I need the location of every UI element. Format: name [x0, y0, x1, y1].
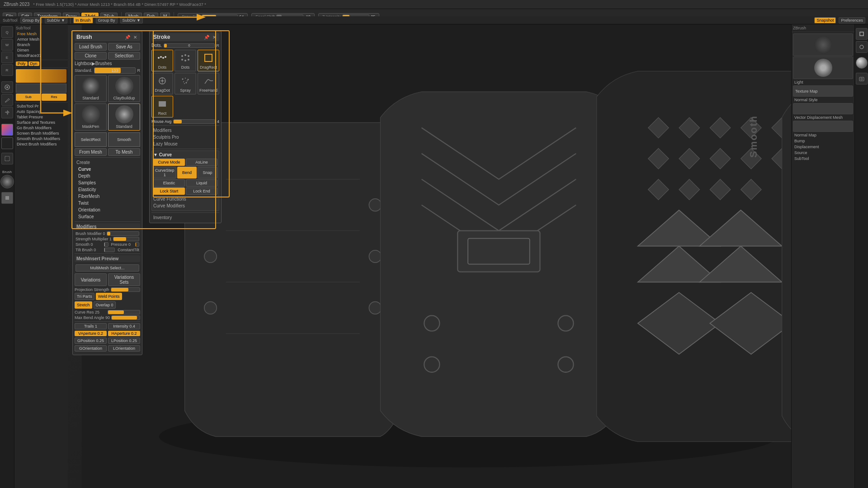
- snap-btn[interactable]: Snap: [198, 167, 217, 178]
- create-section-label[interactable]: Create: [75, 159, 140, 166]
- mini-brush-1[interactable]: SubsTool Pr: [15, 103, 67, 109]
- weld-points-btn[interactable]: Weld Points: [96, 293, 122, 300]
- right-light-item[interactable]: Texture Map: [793, 85, 853, 97]
- load-brush-button[interactable]: Load Brush: [75, 43, 107, 51]
- lazy-mouse-label[interactable]: Lazy Mouse: [151, 141, 219, 147]
- group-by-btn[interactable]: Group By: [20, 17, 42, 23]
- right-icon-2[interactable]: [856, 41, 868, 53]
- as-line-btn[interactable]: AsLine: [186, 159, 217, 166]
- curve-mode-btn[interactable]: Curve Mode: [153, 159, 185, 166]
- multimesh-select-btn[interactable]: MultiMesh Select...: [75, 264, 139, 272]
- stroke-modifiers-label[interactable]: Modifiers: [151, 127, 219, 134]
- tilt-slider[interactable]: [104, 248, 115, 252]
- mini-brush-5[interactable]: Go Brush Modifiers: [15, 125, 67, 131]
- icon-draw[interactable]: [1, 81, 13, 93]
- mini-item-4[interactable]: Dimen: [16, 47, 66, 53]
- stroke-spray-item[interactable]: Spray: [175, 73, 196, 94]
- lightbox-label[interactable]: Lightbox▶Brushes: [75, 61, 112, 66]
- stroke-dragrect-item[interactable]: DragRect: [198, 50, 219, 71]
- right-normal-item[interactable]: [793, 103, 853, 114]
- lock-end-btn[interactable]: Lock End: [186, 188, 217, 195]
- section-curve[interactable]: Curve: [75, 166, 140, 173]
- sculptris-pro-label[interactable]: Sculptris Pro: [151, 134, 219, 141]
- icon-e[interactable]: E: [1, 52, 13, 63]
- brush-item-clay[interactable]: ClayBuildup: [108, 75, 140, 102]
- mini-item-5[interactable]: WoodFace37: [16, 53, 66, 58]
- preview-sphere[interactable]: [856, 57, 868, 69]
- section-fibermesh[interactable]: FiberMesh: [75, 193, 140, 200]
- icon-select[interactable]: [1, 153, 13, 164]
- mini-item-1[interactable]: Free Mesh: [16, 31, 66, 37]
- stroke-dots-item[interactable]: Dots: [151, 50, 173, 71]
- section-surface[interactable]: Surface: [75, 213, 140, 220]
- mini-brush-6[interactable]: Screen Brush Modifiers: [15, 131, 67, 136]
- pressure-slider[interactable]: [135, 242, 140, 247]
- from-mesh-btn[interactable]: From Mesh: [75, 148, 107, 156]
- brush-modifier-slider[interactable]: [107, 231, 139, 236]
- brush-close-btn[interactable]: ✕: [132, 34, 138, 40]
- icon-w[interactable]: W: [1, 39, 13, 51]
- stroke-dragdot-item[interactable]: DragDot: [151, 73, 173, 94]
- curve-functions-label[interactable]: Curve Functions: [153, 196, 217, 202]
- section-orientation[interactable]: Orientation: [75, 206, 140, 213]
- section-depth[interactable]: Depth: [75, 173, 140, 179]
- smooth-btn[interactable]: Smooth: [108, 132, 140, 147]
- dots-slider[interactable]: 0: [164, 43, 214, 48]
- group-by2-btn[interactable]: Group By: [96, 17, 118, 23]
- brush-item-maskpen[interactable]: MaskPen: [75, 103, 107, 131]
- brush-item-standard2[interactable]: Standard: [108, 103, 140, 131]
- mini-brush-8[interactable]: Direct Brush Modifiers: [15, 141, 67, 147]
- inventory-label[interactable]: Inventory: [151, 214, 219, 221]
- mini-item-2[interactable]: Armor Mesh: [16, 37, 66, 42]
- smooth-slider[interactable]: [104, 242, 108, 247]
- variations-btn[interactable]: Variations: [75, 273, 107, 286]
- stroke-rect-item[interactable]: Rect: [151, 96, 173, 117]
- mini-brush-3[interactable]: Tablet Presure: [15, 114, 67, 120]
- color-swatch[interactable]: [1, 124, 13, 136]
- max-bend-slider[interactable]: [111, 315, 140, 320]
- snapshot-btn[interactable]: Snapshot: [814, 17, 836, 23]
- material-preview-large[interactable]: [793, 56, 853, 79]
- stroke-close-btn[interactable]: ✕: [211, 34, 217, 40]
- lock-start-btn[interactable]: Lock Start: [153, 188, 185, 195]
- curve-res-slider[interactable]: [108, 310, 140, 314]
- stroke-freehand-item[interactable]: FreeHand: [198, 73, 219, 94]
- icon-rect-brush[interactable]: [1, 192, 13, 204]
- mini-item-3[interactable]: Branch: [16, 42, 66, 47]
- select-rect-btn[interactable]: SelectRect: [75, 132, 107, 147]
- subdiv-btn[interactable]: SubDiv ▼: [45, 17, 67, 23]
- texture-preview-large[interactable]: [793, 33, 853, 56]
- active-brush-preview[interactable]: [0, 175, 14, 188]
- preferences-btn[interactable]: Preferences: [839, 17, 865, 23]
- stretch-btn[interactable]: Stretch: [75, 301, 92, 309]
- to-mesh-btn[interactable]: To Mesh: [108, 148, 140, 156]
- mini-orange-btn-1[interactable]: Sub: [16, 94, 41, 101]
- right-cam-icon[interactable]: [856, 73, 868, 84]
- subdiv2-btn[interactable]: SubDiv ▼: [120, 17, 143, 23]
- brush-pin-btn[interactable]: 📌: [124, 34, 131, 40]
- section-samples[interactable]: Samples: [75, 179, 140, 186]
- curve-modifiers-label[interactable]: Curve Modifiers: [153, 202, 217, 209]
- mini-brush-4[interactable]: Surface and Textures: [15, 120, 67, 125]
- section-elasticity[interactable]: Elasticity: [75, 186, 140, 193]
- strength-multiplier-slider[interactable]: [113, 237, 139, 241]
- section-twist[interactable]: Twist: [75, 200, 140, 206]
- clone-button[interactable]: Clone: [75, 52, 107, 60]
- stroke-pin-btn[interactable]: 📌: [203, 34, 210, 40]
- elastic-btn[interactable]: Elastic: [153, 179, 185, 187]
- icon-q[interactable]: Q: [1, 26, 13, 38]
- right-icon-1[interactable]: [856, 28, 868, 40]
- mini-orange-btn-2[interactable]: Res: [42, 94, 66, 101]
- standard-slider[interactable]: 133: [94, 67, 135, 74]
- brush-item-standard[interactable]: Standard: [75, 75, 107, 102]
- bend-btn[interactable]: Bend: [177, 167, 197, 178]
- icon-pen[interactable]: [1, 94, 13, 106]
- color-secondary[interactable]: [1, 137, 13, 149]
- mini-brush-7[interactable]: Smooth Brush Modifiers: [15, 136, 67, 141]
- save-as-button[interactable]: Save As: [108, 43, 140, 51]
- orange-tag-1[interactable]: Poly: [16, 61, 28, 66]
- mouse-avg-slider[interactable]: [173, 119, 215, 124]
- selection-button[interactable]: SelectIon: [108, 52, 140, 60]
- icon-move[interactable]: [1, 107, 13, 118]
- stroke-dots2-item[interactable]: Dots: [175, 50, 196, 71]
